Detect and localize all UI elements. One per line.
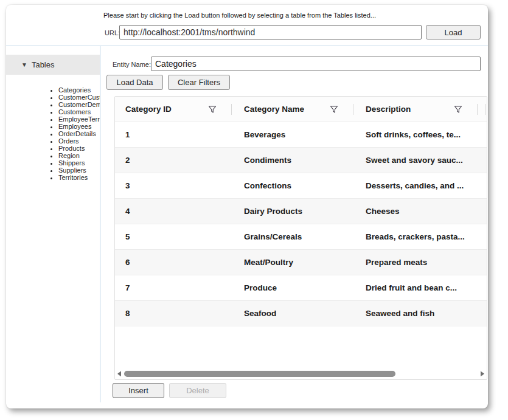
- table-row[interactable]: 5Grains/CerealsBreads, crackers, pasta..…: [115, 224, 487, 250]
- entity-name-input[interactable]: [151, 57, 481, 71]
- cell-description: Prepared meats: [355, 258, 487, 267]
- filter-icon[interactable]: [330, 105, 338, 114]
- tables-section-header[interactable]: ▼ Tables: [6, 55, 100, 75]
- column-header-category-name[interactable]: Category Name: [234, 97, 355, 122]
- scroll-left-icon[interactable]: [115, 370, 124, 378]
- cell-name: Beverages: [234, 130, 355, 139]
- sidebar-item-customers[interactable]: Customers: [58, 108, 100, 115]
- filter-icon[interactable]: [208, 105, 217, 114]
- sidebar-item-territories[interactable]: Territories: [58, 174, 100, 181]
- column-separator: [353, 104, 353, 115]
- table-row[interactable]: 7ProduceDried fruit and bean c...: [115, 275, 487, 301]
- cell-id: 5: [115, 232, 234, 241]
- column-separator: [485, 104, 486, 115]
- cell-name: Confections: [234, 181, 355, 190]
- cell-description: Soft drinks, coffees, te...: [355, 130, 487, 139]
- table-row[interactable]: 1BeveragesSoft drinks, coffees, te...: [115, 122, 487, 148]
- horizontal-scrollbar[interactable]: [115, 370, 487, 378]
- column-separator: [477, 104, 478, 115]
- sidebar: ▼ Tables CategoriesCustomerCustomerDemoC…: [6, 46, 100, 407]
- sidebar-item-customerdemographics[interactable]: CustomerDemographics: [58, 101, 100, 108]
- cell-id: 1: [115, 130, 234, 139]
- tables-list: CategoriesCustomerCustomerDemoCustomerDe…: [6, 86, 100, 181]
- table-row[interactable]: 8SeafoodSeaweed and fish: [115, 301, 487, 326]
- app-window: Please start by clicking the Load button…: [6, 5, 488, 408]
- cell-id: 6: [115, 258, 234, 267]
- cell-id: 3: [115, 181, 234, 190]
- sidebar-item-customercustomerdemo[interactable]: CustomerCustomerDemo: [58, 94, 100, 101]
- grid-body: 1BeveragesSoft drinks, coffees, te...2Co…: [115, 122, 487, 326]
- main-panel: Entity Name: Load Data Clear Filters Cat…: [101, 46, 488, 408]
- scroll-right-icon[interactable]: [478, 370, 487, 378]
- data-grid: Category ID Category Name Description: [114, 96, 487, 380]
- cell-description: Cheeses: [355, 207, 487, 216]
- tables-title: Tables: [32, 60, 55, 69]
- cell-description: Sweet and savory sauc...: [355, 156, 487, 165]
- url-input[interactable]: [119, 25, 422, 40]
- sidebar-item-orderdetails[interactable]: OrderDetails: [58, 130, 100, 137]
- sidebar-item-region[interactable]: Region: [58, 152, 100, 159]
- cell-name: Seafood: [234, 309, 355, 318]
- cell-name: Dairy Products: [234, 207, 355, 216]
- load-button[interactable]: Load: [426, 25, 481, 40]
- cell-description: Breads, crackers, pasta...: [355, 232, 487, 241]
- instruction-text: Please start by clicking the Load button…: [103, 12, 376, 19]
- column-header-category-id[interactable]: Category ID: [115, 97, 234, 122]
- filter-icon[interactable]: [454, 105, 462, 114]
- sidebar-item-suppliers[interactable]: Suppliers: [58, 167, 100, 174]
- cell-name: Meat/Poultry: [234, 258, 355, 267]
- cell-id: 7: [115, 283, 234, 292]
- scrollbar-track[interactable]: [124, 371, 478, 377]
- url-label: URL:: [105, 29, 120, 36]
- chevron-down-icon: ▼: [21, 61, 27, 68]
- insert-button[interactable]: Insert: [113, 383, 164, 398]
- cell-description: Dried fruit and bean c...: [355, 283, 487, 292]
- table-row[interactable]: 2CondimentsSweet and savory sauc...: [115, 148, 487, 173]
- column-label: Category Name: [244, 105, 304, 114]
- delete-button[interactable]: Delete: [169, 383, 226, 398]
- sidebar-item-products[interactable]: Products: [58, 145, 100, 152]
- cell-name: Produce: [234, 283, 355, 292]
- table-row[interactable]: 4Dairy ProductsCheeses: [115, 199, 487, 224]
- load-data-button[interactable]: Load Data: [106, 75, 163, 90]
- column-separator: [231, 104, 232, 115]
- column-header-description[interactable]: Description: [355, 97, 479, 122]
- cell-id: 4: [115, 207, 234, 216]
- table-row[interactable]: 3ConfectionsDesserts, candies, and ...: [115, 173, 487, 199]
- entity-name-label: Entity Name:: [113, 61, 151, 68]
- sidebar-item-employeeterritories[interactable]: EmployeeTerritories: [58, 115, 100, 123]
- cell-name: Condiments: [234, 156, 355, 165]
- clear-filters-button[interactable]: Clear Filters: [168, 75, 230, 90]
- cell-id: 2: [115, 156, 234, 165]
- cell-description: Desserts, candies, and ...: [355, 181, 487, 190]
- sidebar-item-employees[interactable]: Employees: [58, 123, 100, 130]
- cell-id: 8: [115, 309, 234, 318]
- column-label: Category ID: [125, 105, 172, 114]
- sidebar-item-categories[interactable]: Categories: [58, 86, 100, 94]
- column-label: Description: [366, 105, 411, 114]
- cell-name: Grains/Cereals: [234, 232, 355, 241]
- scrollbar-thumb[interactable]: [124, 371, 395, 377]
- cell-description: Seaweed and fish: [355, 309, 487, 318]
- sidebar-item-shippers[interactable]: Shippers: [58, 159, 100, 167]
- sidebar-item-orders[interactable]: Orders: [58, 137, 100, 145]
- header-stub: [479, 97, 487, 122]
- grid-header: Category ID Category Name Description: [115, 97, 487, 122]
- table-row[interactable]: 6Meat/PoultryPrepared meats: [115, 250, 487, 275]
